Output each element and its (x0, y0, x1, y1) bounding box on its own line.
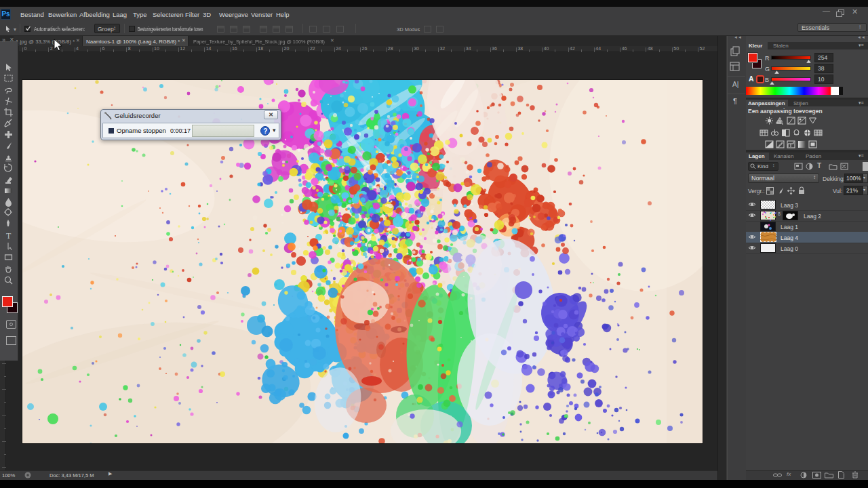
svg-text:?: ? (263, 127, 267, 135)
svg-text:T: T (6, 231, 12, 241)
